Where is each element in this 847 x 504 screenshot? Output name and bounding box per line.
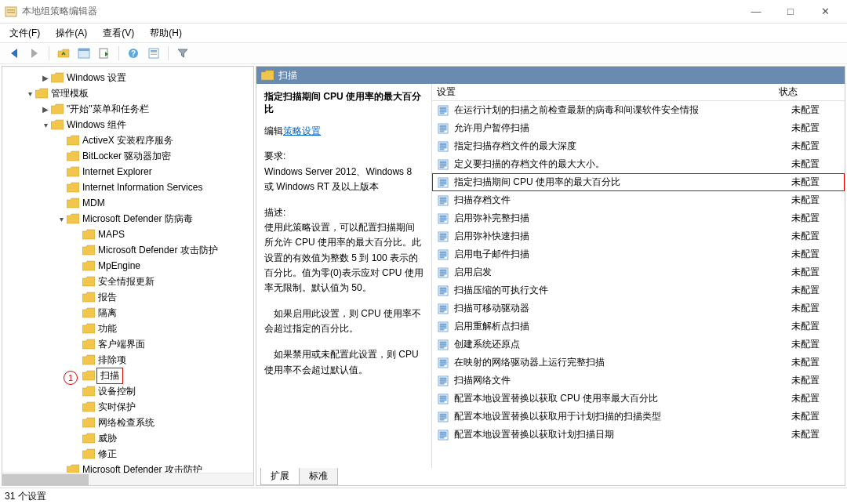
settings-row[interactable]: 扫描存档文件未配置 bbox=[432, 191, 845, 209]
settings-row-state: 未配置 bbox=[791, 230, 843, 243]
settings-row[interactable]: 在映射的网络驱动器上运行完整扫描未配置 bbox=[432, 354, 845, 372]
tab-standard[interactable]: 标准 bbox=[299, 468, 338, 485]
description-body-2: 如果启用此设置，则 CPU 使用率不会超过指定的百分比。 bbox=[264, 306, 424, 336]
tree-node[interactable]: ▶安全情报更新 bbox=[2, 274, 253, 289]
svg-rect-100 bbox=[440, 418, 446, 419]
menu-view[interactable]: 查看(V) bbox=[96, 24, 140, 42]
settings-row[interactable]: 配置本地设置替换以获取计划扫描日期未配置 bbox=[432, 426, 845, 444]
settings-row[interactable]: 指定扫描存档文件的最大深度未配置 bbox=[432, 137, 845, 155]
settings-row[interactable]: 创建系统还原点未配置 bbox=[432, 335, 845, 354]
column-setting[interactable]: 设置 bbox=[432, 85, 779, 99]
tree-node[interactable]: ▶报告 bbox=[2, 289, 253, 305]
tree-node[interactable]: ▶MpEngine bbox=[2, 258, 253, 274]
edit-label: 编辑 bbox=[264, 125, 283, 136]
folder-icon bbox=[82, 354, 95, 365]
tree-node[interactable]: ▶BitLocker 驱动器加密 bbox=[2, 148, 253, 164]
settings-row[interactable]: 配置本地设置替换以获取 CPU 使用率最大百分比未配置 bbox=[432, 390, 845, 408]
settings-list[interactable]: 在运行计划的扫描之前检查最新的病毒和间谍软件安全情报未配置允许用户暂停扫描未配置… bbox=[432, 101, 845, 468]
tree-node[interactable]: ▶客户端界面 bbox=[2, 336, 253, 352]
tree-node[interactable]: ▾Microsoft Defender 防病毒 bbox=[2, 211, 253, 227]
policy-icon bbox=[437, 230, 449, 243]
maximize-button[interactable]: □ bbox=[773, 1, 808, 23]
settings-row-state: 未配置 bbox=[791, 392, 843, 405]
tree-node-label: 设备控制 bbox=[98, 385, 136, 398]
collapse-icon[interactable]: ▾ bbox=[40, 121, 51, 129]
tree-node[interactable]: ▶MAPS bbox=[2, 227, 253, 242]
scrollbar-thumb[interactable] bbox=[2, 474, 89, 485]
back-button[interactable] bbox=[5, 45, 24, 62]
tree-node[interactable]: ▶Internet Information Services bbox=[2, 179, 253, 195]
settings-row[interactable]: 在运行计划的扫描之前检查最新的病毒和间谍软件安全情报未配置 bbox=[432, 101, 845, 119]
tree-node[interactable]: ▾管理模板 bbox=[2, 85, 253, 101]
svg-rect-63 bbox=[440, 288, 446, 289]
grid-button[interactable] bbox=[75, 45, 93, 62]
minimize-button[interactable]: — bbox=[739, 1, 773, 23]
settings-row-label: 配置本地设置替换以获取用于计划扫描的扫描类型 bbox=[454, 410, 791, 423]
settings-row[interactable]: 定义要扫描的存档文件的最大大小。未配置 bbox=[432, 155, 845, 173]
svg-rect-75 bbox=[440, 328, 446, 328]
tree-node-label: "开始"菜单和任务栏 bbox=[67, 103, 149, 116]
horizontal-scrollbar[interactable] bbox=[2, 473, 253, 485]
tree-node[interactable]: ▶ActiveX 安装程序服务 bbox=[2, 132, 253, 148]
detail-header: 扫描 bbox=[256, 67, 845, 84]
tree-node[interactable]: ▶MDM bbox=[2, 195, 253, 211]
policy-icon bbox=[437, 212, 449, 225]
menu-action[interactable]: 操作(A) bbox=[49, 24, 93, 42]
tree-node[interactable]: ▶Microsoft Defender 攻击防护 bbox=[2, 242, 253, 258]
folder-icon bbox=[82, 433, 95, 444]
tree-node[interactable]: ▶修正 bbox=[2, 446, 253, 462]
folder-icon bbox=[82, 417, 95, 428]
tab-extended[interactable]: 扩展 bbox=[260, 468, 300, 485]
column-state[interactable]: 状态 bbox=[779, 85, 834, 99]
policy-tree[interactable]: ▶Windows 设置▾管理模板▶"开始"菜单和任务栏▾Windows 组件▶A… bbox=[2, 67, 253, 473]
tree-node[interactable]: ▶Windows 设置 bbox=[2, 70, 253, 85]
policy-icon bbox=[437, 285, 449, 297]
svg-rect-99 bbox=[440, 416, 446, 417]
tree-node[interactable]: ▶威胁 bbox=[2, 430, 253, 446]
settings-row[interactable]: 指定扫描期间 CPU 使用率的最大百分比未配置 bbox=[432, 173, 845, 191]
filter-button[interactable] bbox=[173, 45, 192, 62]
settings-row[interactable]: 允许用户暂停扫描未配置 bbox=[432, 119, 845, 137]
folder-icon bbox=[82, 448, 95, 459]
tree-node[interactable]: ▶设备控制 bbox=[2, 383, 253, 399]
collapse-icon[interactable]: ▾ bbox=[24, 89, 35, 98]
expand-icon[interactable]: ▶ bbox=[40, 74, 51, 82]
settings-row[interactable]: 扫描压缩的可执行文件未配置 bbox=[432, 281, 845, 299]
policy-icon bbox=[437, 248, 449, 261]
folder-icon bbox=[67, 198, 79, 208]
settings-row[interactable]: 扫描可移动驱动器未配置 bbox=[432, 299, 845, 317]
settings-row[interactable]: 启用启发未配置 bbox=[432, 263, 845, 281]
settings-row[interactable]: 启用重解析点扫描未配置 bbox=[432, 317, 845, 335]
help-button[interactable]: ? bbox=[124, 45, 143, 62]
tree-node[interactable]: ▶Microsoft Defender 攻击防护 bbox=[2, 462, 253, 473]
settings-row[interactable]: 启用电子邮件扫描未配置 bbox=[432, 245, 845, 263]
menu-file[interactable]: 文件(F) bbox=[3, 24, 46, 42]
edit-policy-link[interactable]: 策略设置 bbox=[283, 125, 321, 136]
forward-button[interactable] bbox=[25, 45, 44, 62]
tree-node[interactable]: ▶Internet Explorer bbox=[2, 164, 253, 179]
description-body-1: 使用此策略设置，可以配置扫描期间所允许 CPU 使用率的最大百分比。此设置的有效… bbox=[264, 220, 424, 296]
settings-row[interactable]: 配置本地设置替换以获取用于计划扫描的扫描类型未配置 bbox=[432, 408, 845, 426]
tree-node[interactable]: ▶网络检查系统 bbox=[2, 415, 253, 430]
tree-node-label: 实时保护 bbox=[98, 401, 136, 414]
menu-help[interactable]: 帮助(H) bbox=[144, 24, 188, 42]
tree-node[interactable]: ▶"开始"菜单和任务栏 bbox=[2, 101, 253, 117]
svg-rect-73 bbox=[440, 324, 446, 325]
up-button[interactable] bbox=[54, 45, 73, 62]
tree-node[interactable]: ▾Windows 组件 bbox=[2, 117, 253, 132]
requirements-heading: 要求: bbox=[264, 149, 424, 164]
tree-node[interactable]: ▶隔离 bbox=[2, 305, 253, 321]
tree-node-label: ActiveX 安装程序服务 bbox=[82, 134, 173, 147]
tree-node[interactable]: ▶扫描 bbox=[2, 368, 253, 383]
tree-node[interactable]: ▶实时保护 bbox=[2, 399, 253, 415]
settings-row[interactable]: 启用弥补完整扫描未配置 bbox=[432, 209, 845, 227]
export-button[interactable] bbox=[95, 45, 114, 62]
close-button[interactable]: ✕ bbox=[808, 1, 842, 23]
tree-node[interactable]: ▶排除项 bbox=[2, 352, 253, 368]
expand-icon[interactable]: ▶ bbox=[40, 105, 51, 114]
settings-row[interactable]: 扫描网络文件未配置 bbox=[432, 372, 845, 390]
properties-button[interactable] bbox=[144, 45, 163, 62]
settings-row[interactable]: 启用弥补快速扫描未配置 bbox=[432, 227, 845, 245]
collapse-icon[interactable]: ▾ bbox=[56, 215, 67, 223]
tree-node[interactable]: ▶功能 bbox=[2, 321, 253, 336]
